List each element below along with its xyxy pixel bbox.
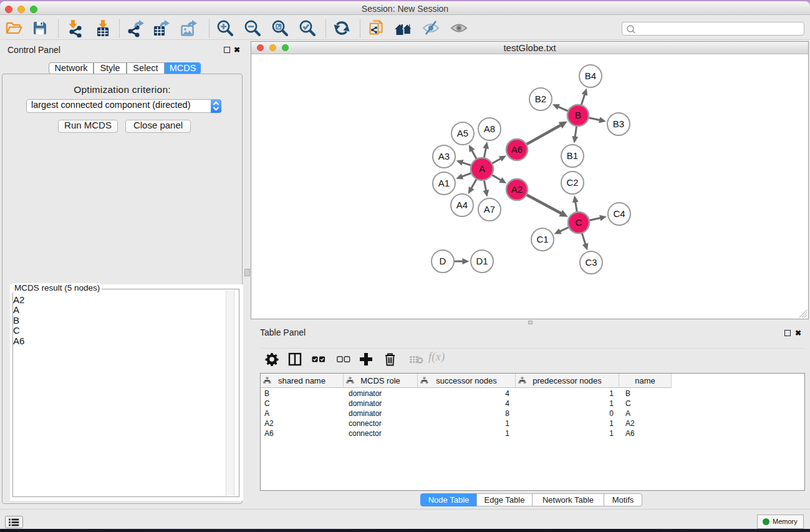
svg-text:B2: B2 xyxy=(535,94,546,104)
svg-text:B: B xyxy=(575,110,581,120)
svg-text:C1: C1 xyxy=(536,234,548,244)
svg-text:A5: A5 xyxy=(457,128,468,138)
svg-text:C4: C4 xyxy=(613,208,625,219)
svg-text:A7: A7 xyxy=(484,204,495,215)
svg-text:B3: B3 xyxy=(613,118,624,129)
svg-text:C3: C3 xyxy=(585,257,597,268)
svg-text:C: C xyxy=(576,217,582,228)
svg-text:B4: B4 xyxy=(585,70,596,81)
svg-text:B1: B1 xyxy=(567,150,578,161)
svg-text:A: A xyxy=(479,163,485,174)
svg-text:A2: A2 xyxy=(511,184,523,195)
svg-text:A1: A1 xyxy=(438,178,450,188)
svg-text:D: D xyxy=(440,256,446,266)
svg-text:D1: D1 xyxy=(476,256,488,266)
svg-text:C2: C2 xyxy=(566,177,578,188)
svg-text:A4: A4 xyxy=(456,200,468,210)
svg-text:A3: A3 xyxy=(438,151,450,162)
svg-text:A6: A6 xyxy=(511,144,523,155)
svg-text:A8: A8 xyxy=(484,123,495,134)
